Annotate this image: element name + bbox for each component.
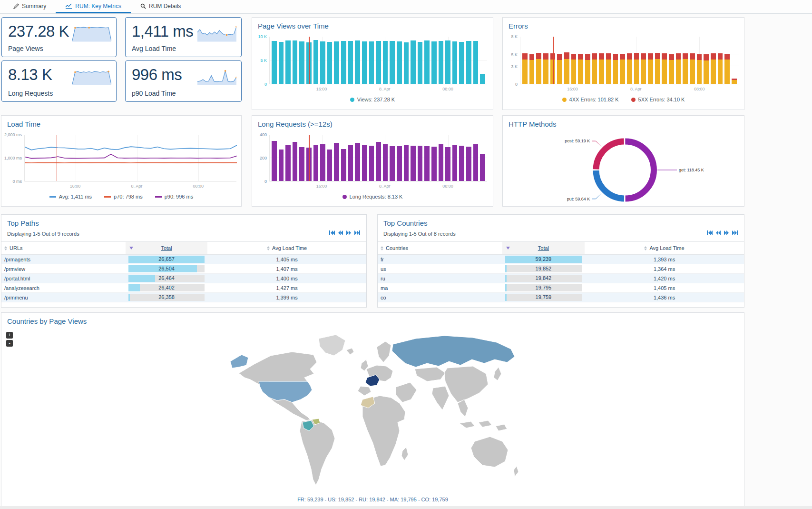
country-shape[interactable] <box>377 341 391 362</box>
bar[interactable] <box>431 41 437 84</box>
stacked-bar[interactable] <box>669 37 674 84</box>
last-page-icon[interactable] <box>354 230 361 236</box>
stacked-bar[interactable] <box>724 37 730 84</box>
map-zoom-out-button[interactable]: - <box>6 340 13 347</box>
next-page-icon[interactable] <box>346 230 352 236</box>
stacked-bar[interactable] <box>620 37 625 84</box>
bar[interactable] <box>445 40 450 84</box>
bar[interactable] <box>320 144 325 181</box>
bar[interactable] <box>418 146 423 181</box>
bar[interactable] <box>452 145 458 181</box>
country-shape[interactable] <box>496 424 507 431</box>
bar[interactable] <box>411 40 416 84</box>
country-shape[interactable] <box>458 399 468 417</box>
plot-area[interactable] <box>269 135 487 181</box>
bar[interactable] <box>369 41 374 84</box>
stacked-bar[interactable] <box>683 37 688 84</box>
stacked-bar[interactable] <box>606 37 611 84</box>
stacked-bar[interactable] <box>522 37 528 84</box>
bar[interactable] <box>445 147 450 181</box>
bar[interactable] <box>439 41 444 84</box>
country-shape[interactable] <box>401 447 408 460</box>
country-shape[interactable] <box>432 386 449 410</box>
country-shape-russia[interactable] <box>392 336 515 367</box>
bar[interactable] <box>334 143 339 181</box>
scrollbar-track[interactable] <box>0 506 812 509</box>
country-shape[interactable] <box>514 466 519 477</box>
country-shape-greenland[interactable] <box>319 335 345 356</box>
bar[interactable] <box>383 41 388 84</box>
country-shape-alaska[interactable] <box>230 355 248 368</box>
stacked-bar[interactable] <box>634 37 639 84</box>
table-row[interactable]: /prmmenu26,3581,399 ms <box>1 293 366 302</box>
table-row[interactable]: /prmagents26,6571,405 ms <box>1 255 366 264</box>
stacked-bar[interactable] <box>571 37 577 84</box>
bar[interactable] <box>320 41 325 84</box>
bar[interactable] <box>299 41 304 84</box>
bar[interactable] <box>466 147 471 181</box>
first-page-icon[interactable] <box>329 230 335 236</box>
stacked-bar[interactable] <box>662 37 667 84</box>
bar[interactable] <box>285 40 291 84</box>
country-shape[interactable] <box>346 348 354 355</box>
table-row[interactable]: /portal.html26,4641,400 ms <box>1 274 366 283</box>
stacked-bar[interactable] <box>543 37 548 84</box>
column-header-total[interactable]: Total <box>502 242 585 254</box>
stacked-bar[interactable] <box>704 37 709 84</box>
stacked-bar[interactable] <box>557 37 562 84</box>
country-shape[interactable] <box>460 421 475 428</box>
bar[interactable] <box>293 40 298 84</box>
stacked-bar[interactable] <box>641 37 646 84</box>
bar[interactable] <box>293 142 298 181</box>
bar[interactable] <box>327 42 333 84</box>
table-row[interactable]: co19,7591,436 ms <box>378 293 744 302</box>
stacked-bar[interactable] <box>690 37 695 84</box>
bar[interactable] <box>459 42 464 84</box>
bar[interactable] <box>439 144 444 181</box>
country-shape[interactable] <box>494 367 501 380</box>
bar[interactable] <box>341 41 346 84</box>
bar[interactable] <box>348 41 353 84</box>
bar[interactable] <box>362 41 367 84</box>
legend-item[interactable]: p90: 996 ms <box>155 194 194 200</box>
legend-item[interactable]: Views: 237.28 K <box>350 97 395 102</box>
plot-area[interactable] <box>24 135 236 181</box>
bar[interactable] <box>369 146 374 181</box>
bar[interactable] <box>341 149 346 181</box>
country-shape[interactable] <box>239 352 317 384</box>
table-row[interactable]: fr59,2391,393 ms <box>378 255 744 264</box>
plot-area[interactable] <box>269 37 487 84</box>
stacked-bar[interactable] <box>697 37 702 84</box>
tab-rum-key-metrics[interactable]: RUM: Key Metrics <box>56 0 131 13</box>
plot-area[interactable] <box>520 37 739 84</box>
donut-chart[interactable]: get: 118.45 Kput: 59.64 Kpost: 59.19 K <box>503 130 745 207</box>
bar[interactable] <box>404 42 409 84</box>
bar[interactable] <box>376 41 381 84</box>
country-shape-us[interactable] <box>259 381 312 402</box>
bar[interactable] <box>348 145 353 181</box>
legend-item[interactable]: p70: 798 ms <box>104 194 143 200</box>
bar[interactable] <box>466 41 471 84</box>
stacked-bar[interactable] <box>536 37 541 84</box>
tab-rum-details[interactable]: RUM Details <box>131 0 190 13</box>
bar[interactable] <box>376 142 381 181</box>
bar[interactable] <box>473 144 479 181</box>
table-row[interactable]: ma19,7951,405 ms <box>378 283 744 293</box>
legend-item[interactable]: Long Requests: 8.13 K <box>342 194 403 200</box>
bar[interactable] <box>362 145 367 181</box>
stacked-bar[interactable] <box>613 37 618 84</box>
column-header-avg[interactable]: Avg Load Time <box>585 242 744 254</box>
stacked-bar[interactable] <box>718 37 723 84</box>
stacked-bar[interactable] <box>627 37 632 84</box>
world-map[interactable] <box>225 328 520 496</box>
legend-item[interactable]: 4XX Errors: 101.82 K <box>562 97 619 102</box>
table-row[interactable]: /analyzesearch26,4021,427 ms <box>1 283 366 293</box>
bar[interactable] <box>459 146 464 181</box>
stacked-bar[interactable] <box>578 37 583 84</box>
bar[interactable] <box>355 40 360 84</box>
prev-page-icon[interactable] <box>338 230 343 236</box>
bar[interactable] <box>452 41 458 84</box>
legend-item[interactable]: 5XX Errors: 34.10 K <box>631 97 685 102</box>
column-header-avg[interactable]: Avg Load Time <box>207 242 366 254</box>
bar[interactable] <box>327 150 333 181</box>
